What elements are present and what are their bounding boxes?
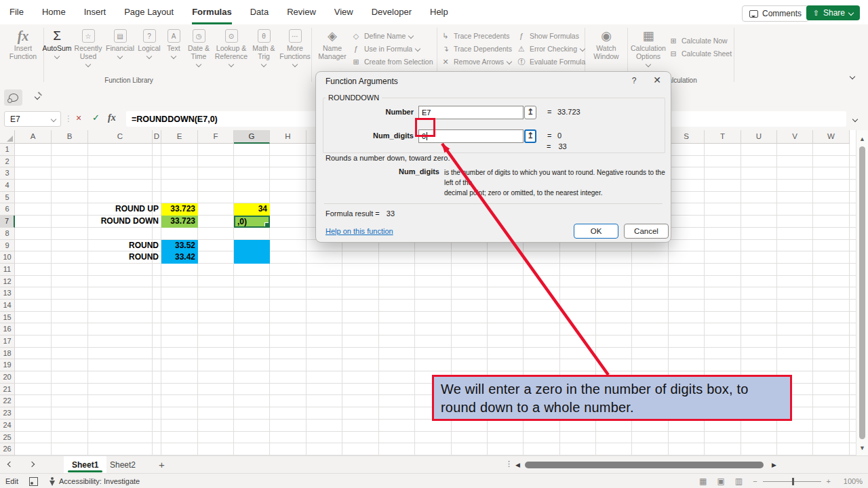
ribbon-remove-arrows-button[interactable]: ✕Remove Arrows	[441, 56, 512, 67]
row-header-4[interactable]: 4	[0, 180, 15, 192]
quick-access-dropdown-icon[interactable]	[35, 94, 40, 100]
row-header-19[interactable]: 19	[0, 359, 15, 371]
collapse-dialog-button[interactable]: ↥	[524, 106, 536, 119]
ribbon-name-manager-button[interactable]: ◈NameManager	[316, 26, 349, 75]
autosum-chevron-icon[interactable]	[54, 54, 60, 59]
ribbon-watch-window-button[interactable]: ◉WatchWindow	[589, 26, 624, 75]
ribbon-financial-button[interactable]: ▤Financial	[104, 26, 136, 75]
row-header-18[interactable]: 18	[0, 348, 15, 360]
scroll-up-arrow-icon[interactable]: ▲	[859, 136, 865, 142]
recently-used-chevron-icon[interactable]	[85, 62, 91, 67]
cell-E10[interactable]: 33.42	[161, 251, 198, 264]
ribbon-text-button[interactable]: AText	[163, 26, 184, 75]
row-header-7[interactable]: 7	[0, 216, 15, 228]
page-break-preview-icon[interactable]: ▥	[735, 476, 743, 486]
zoom-slider[interactable]: − +	[753, 477, 831, 485]
sheet-nav-left-icon[interactable]	[7, 462, 13, 467]
name-box-chevron-icon[interactable]	[51, 116, 56, 121]
confirm-entry-icon[interactable]: ✓	[92, 113, 100, 123]
cell-G10[interactable]	[234, 251, 270, 264]
collapse-ribbon-chevron-icon[interactable]	[850, 74, 855, 79]
comments-button[interactable]: Comments	[742, 5, 809, 22]
row-header-21[interactable]: 21	[0, 384, 15, 396]
ribbon-more-functions-button[interactable]: ⋯MoreFunctions	[278, 26, 312, 75]
tab-page-layout[interactable]: Page Layout	[124, 0, 174, 24]
row-header-17[interactable]: 17	[0, 336, 15, 348]
scroll-down-arrow-icon[interactable]: ▼	[859, 445, 865, 451]
name-box[interactable]: E7	[4, 111, 61, 127]
text-chevron-icon[interactable]	[171, 54, 176, 59]
column-header-A[interactable]: A	[15, 130, 52, 144]
tab-formulas[interactable]: Formulas	[192, 0, 232, 24]
ribbon-show-formulas-button[interactable]: ƒShow Formulas	[517, 30, 585, 41]
expand-formula-bar-chevron-icon[interactable]	[852, 117, 858, 122]
cell-E9[interactable]: 33.52	[161, 240, 198, 252]
column-header-B[interactable]: B	[52, 130, 88, 144]
cell-label-row-9[interactable]: ROUND	[88, 240, 159, 252]
tab-review[interactable]: Review	[287, 0, 316, 24]
ribbon-error-checking-button[interactable]: ⚠Error Checking	[517, 43, 585, 54]
row-header-3[interactable]: 3	[0, 167, 15, 180]
tab-data[interactable]: Data	[250, 0, 269, 24]
insert-function-icon[interactable]: fx	[108, 113, 116, 123]
column-header-D[interactable]: D	[153, 130, 161, 144]
ribbon-create-from-selection-button[interactable]: ⊞Create from Selection	[351, 56, 433, 67]
row-header-16[interactable]: 16	[0, 323, 15, 336]
column-header-U[interactable]: U	[741, 130, 777, 144]
cell-G9[interactable]	[234, 240, 270, 252]
logical-chevron-icon[interactable]	[146, 54, 152, 59]
ribbon-recently-used-button[interactable]: ☆RecentlyUsed	[72, 26, 104, 75]
row-header-23[interactable]: 23	[0, 407, 15, 420]
zoom-in-icon[interactable]: +	[827, 477, 831, 485]
cell-E7[interactable]: 33.723	[161, 216, 198, 228]
ribbon-evaluate-formula-button[interactable]: ⓕEvaluate Formula	[517, 56, 585, 67]
horizontal-scroll-thumb[interactable]	[525, 462, 764, 468]
record-macro-icon[interactable]	[29, 477, 38, 486]
column-header-W[interactable]: W	[813, 130, 850, 144]
sheet-tab-sheet1[interactable]: Sheet1	[64, 456, 106, 473]
ribbon-insert-function-button[interactable]: fxInsertFunction	[4, 26, 42, 75]
column-header-C[interactable]: C	[88, 130, 153, 144]
select-all-corner[interactable]	[0, 130, 15, 144]
financial-chevron-icon[interactable]	[117, 54, 123, 59]
lookup-reference-chevron-icon[interactable]	[229, 62, 234, 67]
ribbon-autosum-button[interactable]: ΣAutoSum	[42, 26, 72, 75]
row-header-1[interactable]: 1	[0, 144, 15, 156]
collapse-dialog-button[interactable]: ↥	[524, 129, 536, 143]
row-header-14[interactable]: 14	[0, 300, 15, 312]
help-on-function-link[interactable]: Help on this function	[326, 227, 393, 235]
ribbon-calculation-options-button[interactable]: ▦CalculationOptions	[631, 26, 666, 75]
tabbar-handle[interactable]: ⋮	[505, 460, 513, 468]
tab-file[interactable]: File	[9, 0, 24, 24]
ribbon-trace-dependents-button[interactable]: ↴Trace Dependents	[441, 43, 512, 54]
row-header-11[interactable]: 11	[0, 264, 15, 276]
sheet-nav-right-icon[interactable]	[29, 462, 35, 467]
tab-insert[interactable]: Insert	[84, 0, 106, 24]
column-header-V[interactable]: V	[777, 130, 813, 144]
column-header-G[interactable]: G	[234, 130, 270, 144]
row-header-24[interactable]: 24	[0, 420, 15, 432]
formula-bar-handle[interactable]: ⋮	[64, 114, 73, 123]
cell-E6[interactable]: 33.723	[161, 203, 198, 216]
ribbon-trace-precedents-button[interactable]: ↳Trace Precedents	[441, 30, 512, 41]
tab-home[interactable]: Home	[42, 0, 66, 24]
tab-help[interactable]: Help	[430, 0, 448, 24]
tab-developer[interactable]: Developer	[372, 0, 412, 24]
cell-label-row-6[interactable]: ROUND UP	[88, 203, 159, 216]
normal-view-icon[interactable]: ▦	[699, 476, 707, 486]
dialog-help-icon[interactable]: ?	[629, 76, 639, 85]
row-header-13[interactable]: 13	[0, 287, 15, 300]
page-layout-view-icon[interactable]: ▣	[717, 476, 724, 486]
zoom-slider-track[interactable]	[763, 481, 821, 482]
column-header-S[interactable]: S	[669, 130, 705, 144]
column-header-F[interactable]: F	[198, 130, 234, 144]
remove-arrows-chevron-icon[interactable]	[507, 59, 512, 64]
vertical-scroll-thumb[interactable]	[859, 146, 865, 439]
accessibility-status[interactable]: Accessibility: Investigate	[49, 477, 140, 486]
hscroll-right-arrow-icon[interactable]: ▶	[772, 462, 776, 468]
cell-label-row-7[interactable]: ROUND DOWN	[88, 216, 159, 228]
row-header-12[interactable]: 12	[0, 276, 15, 288]
cancel-button[interactable]: Cancel	[624, 224, 669, 239]
cell-G7[interactable]: ,0)	[234, 216, 270, 228]
lasso-select-button[interactable]	[4, 89, 22, 106]
